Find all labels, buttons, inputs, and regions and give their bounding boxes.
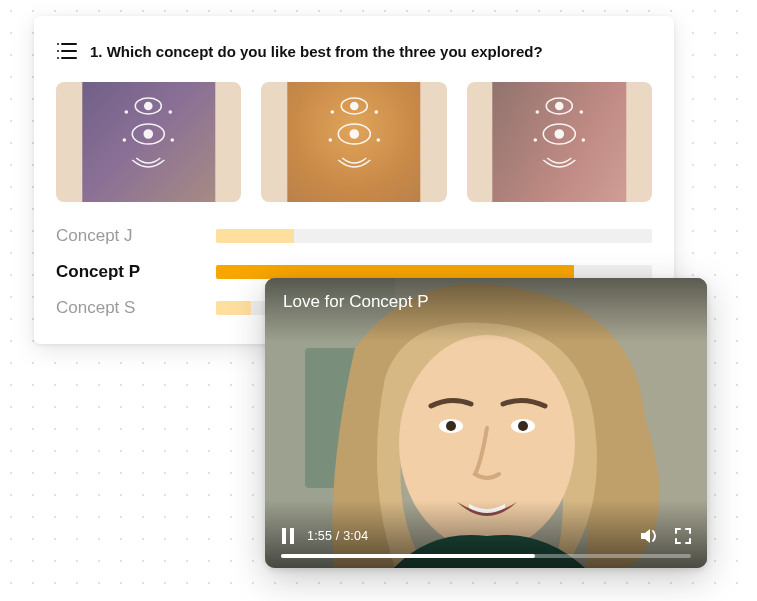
concept-thumbnail-j[interactable] bbox=[56, 82, 241, 202]
question-header: 1. Which concept do you like best from t… bbox=[56, 42, 652, 60]
video-title: Love for Concept P bbox=[265, 278, 707, 342]
svg-point-29 bbox=[582, 139, 584, 141]
fullscreen-button[interactable] bbox=[675, 528, 691, 544]
svg-point-9 bbox=[145, 130, 153, 138]
video-progress-fill bbox=[281, 554, 535, 558]
video-player[interactable]: Love for Concept P 1:55 / 3:04 bbox=[265, 278, 707, 568]
svg-point-23 bbox=[556, 103, 563, 110]
svg-rect-39 bbox=[290, 528, 294, 544]
svg-point-18 bbox=[331, 111, 333, 113]
bar-fill bbox=[216, 265, 574, 279]
video-title-text: Love for Concept P bbox=[283, 292, 429, 311]
svg-point-28 bbox=[534, 139, 536, 141]
pause-button[interactable] bbox=[281, 528, 295, 544]
bar-track bbox=[216, 229, 652, 243]
video-current-time: 1:55 bbox=[307, 529, 332, 543]
question-number: 1. bbox=[90, 43, 103, 60]
pouch-art bbox=[82, 82, 215, 202]
svg-point-4 bbox=[57, 57, 59, 59]
concept-thumbnail-p[interactable] bbox=[261, 82, 446, 202]
svg-point-21 bbox=[377, 139, 379, 141]
bar-track bbox=[216, 265, 652, 279]
svg-point-0 bbox=[57, 43, 59, 45]
video-duration: 3:04 bbox=[343, 529, 368, 543]
bar-fill bbox=[216, 301, 251, 315]
svg-point-10 bbox=[126, 111, 128, 113]
question-text: 1. Which concept do you like best from t… bbox=[90, 43, 543, 60]
concept-label: Concept S bbox=[56, 298, 196, 318]
list-icon bbox=[56, 42, 78, 60]
svg-point-19 bbox=[375, 111, 377, 113]
svg-point-11 bbox=[170, 111, 172, 113]
svg-point-12 bbox=[124, 139, 126, 141]
question-body: Which concept do you like best from the … bbox=[107, 43, 543, 60]
svg-point-25 bbox=[555, 130, 563, 138]
svg-point-13 bbox=[172, 139, 174, 141]
svg-point-37 bbox=[518, 421, 528, 431]
concept-thumbnails bbox=[56, 82, 652, 202]
video-progress-track[interactable] bbox=[281, 554, 691, 558]
svg-point-35 bbox=[446, 421, 456, 431]
svg-point-27 bbox=[580, 111, 582, 113]
volume-button[interactable] bbox=[641, 528, 661, 544]
bar-row-j[interactable]: Concept J bbox=[56, 226, 652, 246]
svg-point-7 bbox=[145, 103, 152, 110]
pouch-art bbox=[493, 82, 626, 202]
svg-point-2 bbox=[57, 50, 59, 52]
svg-point-15 bbox=[350, 103, 357, 110]
concept-label: Concept P bbox=[56, 262, 196, 282]
svg-rect-38 bbox=[282, 528, 286, 544]
video-controls: 1:55 / 3:04 bbox=[265, 500, 707, 568]
svg-point-26 bbox=[536, 111, 538, 113]
bar-fill bbox=[216, 229, 294, 243]
svg-point-20 bbox=[329, 139, 331, 141]
svg-point-17 bbox=[350, 130, 358, 138]
concept-thumbnail-s[interactable] bbox=[467, 82, 652, 202]
video-time: 1:55 / 3:04 bbox=[307, 529, 368, 543]
pouch-art bbox=[287, 82, 420, 202]
concept-label: Concept J bbox=[56, 226, 196, 246]
